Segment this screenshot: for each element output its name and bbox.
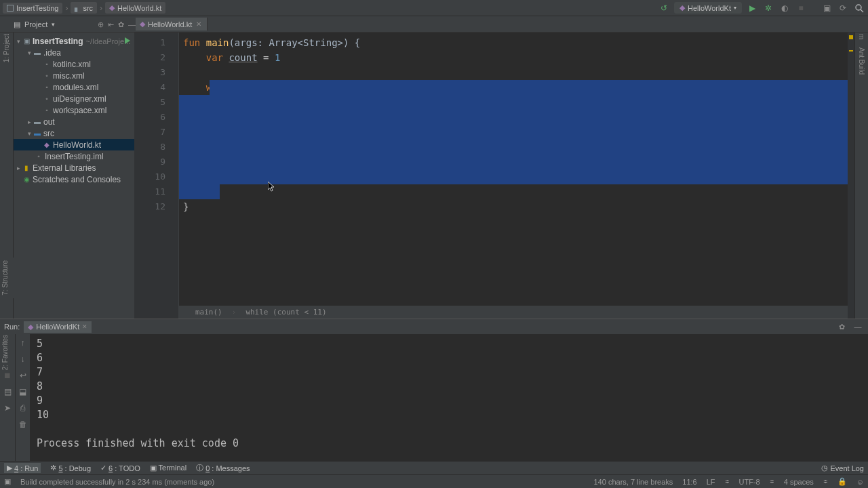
chevron-icon: ≑ [725,479,730,485]
event-log[interactable]: ◷ Event Log [821,464,864,472]
stop-icon[interactable]: ■ [795,2,807,14]
crumb-while[interactable]: while (count < 11) [245,305,326,320]
close-icon[interactable]: ✕ [82,323,87,330]
tree-file[interactable]: ◦uiDesigner.xml [14,93,134,104]
chevron-down-icon: ▾ [52,21,55,28]
chevron-icon: › [65,3,68,13]
fold-column[interactable] [171,33,179,319]
error-stripe[interactable] [848,33,854,319]
editor-breadcrumbs[interactable]: main() › while (count < 11) [179,305,848,319]
kotlin-file-icon: ◆ [109,3,115,12]
code-area[interactable]: fun main(args: Array<String>) { var coun… [179,33,848,319]
tree-label: src [43,129,54,138]
project-title: Project [24,20,47,28]
chevron-icon: ≑ [823,479,828,485]
gear-icon[interactable]: ✿ [118,20,124,29]
tree-label: workspace.xml [53,106,106,115]
trash-icon[interactable]: 🗑 [19,420,27,429]
debug-icon[interactable]: ✲ [762,2,774,14]
editor-tab[interactable]: ◆ HelloWorld.kt ✕ [136,18,208,30]
update-icon[interactable]: ⟳ [837,2,849,14]
project-icon: ▤ [14,20,20,29]
svg-line-1 [861,9,863,12]
favorites-tool-button[interactable]: 2: Favorites [0,332,10,373]
sync-icon[interactable]: ↺ [658,2,670,14]
tree-folder[interactable]: ▾▬.idea [14,47,134,58]
code-editor[interactable]: 1 2345 6789 101112 fun main(args: Array<… [134,33,854,319]
status-line-ending[interactable]: LF [707,478,715,486]
collapse-icon[interactable]: ⇤ [108,20,114,29]
pin-icon[interactable]: ➤ [4,403,11,413]
tree-label: HelloWorld.kt [53,140,101,150]
tool-debug[interactable]: ✲ 5: Debug [50,464,91,472]
layout-icon[interactable]: ▣ [821,2,833,14]
tree-label: External Libraries [33,163,96,173]
tree-label: misc.xml [53,71,85,81]
hide-icon[interactable]: — [852,321,864,333]
console-output[interactable]: 5 6 7 8 9 10 Process finished with exit … [30,334,868,461]
status-indent[interactable]: 4 spaces [784,478,814,486]
ant-tool-button[interactable]: Ant Build [858,47,865,75]
wrap-icon[interactable]: ↩ [20,371,26,380]
breadcrumb-label: InsertTesting [16,4,58,12]
kotlin-icon: ◆ [679,3,685,12]
crumb-main[interactable]: main() [195,305,222,320]
tree-file[interactable]: ◦kotlinc.xml [14,58,134,70]
run-tab[interactable]: ◆ HelloWorldKt ✕ [24,321,92,333]
run-icon[interactable]: ▶ [746,2,758,14]
run-tab-label: HelloWorldKt [36,323,79,331]
tree-folder[interactable]: ▾▬src [14,127,134,139]
kotlin-icon: ◆ [28,323,33,331]
tree-external-libs[interactable]: ▸▮External Libraries [14,162,134,174]
breadcrumb-file[interactable]: ◆ HelloWorld.kt [105,2,165,14]
close-icon[interactable]: ✕ [196,20,201,28]
tree-file-selected[interactable]: ◆HelloWorld.kt [14,139,134,150]
lock-icon[interactable]: 🔒 [837,477,847,486]
breadcrumb-label: src [83,4,93,12]
search-icon[interactable] [853,2,865,14]
breadcrumb-folder[interactable]: ▖ src [71,2,97,14]
run-config-selector[interactable]: ◆ HelloWorldKt ▾ [674,2,742,14]
breadcrumb-label: HelloWorld.kt [117,4,161,12]
tree-label: InsertTesting [33,37,83,46]
project-tool-header[interactable]: ▤ Project ▾ ⊕ ⇤ ✿ — [14,16,136,33]
status-encoding[interactable]: UTF-8 [739,478,760,486]
scroll-icon[interactable]: ⬓ [19,387,26,396]
tree-file[interactable]: ◦modules.xml [14,81,134,93]
tree-file[interactable]: ◦workspace.xml [14,104,134,116]
tree-folder[interactable]: ▸▬out [14,116,134,127]
svg-point-0 [856,5,861,10]
tool-run[interactable]: ▶ 44: Run: Run [4,463,41,473]
structure-tool-button[interactable]: 7: Structure [0,258,10,298]
project-tree[interactable]: ▾▣ InsertTesting ~/IdeaProje... ▾▬.idea … [14,33,134,319]
breadcrumb-project[interactable]: InsertTesting [3,3,62,14]
hide-icon[interactable]: — [128,20,136,29]
tree-file[interactable]: ◦misc.xml [14,70,134,81]
status-message: Build completed successfully in 2 s 234 … [20,478,214,486]
run-gutter-icon[interactable] [125,37,130,44]
toolwindow-toggle-icon[interactable]: ▣ [4,477,11,486]
chevron-icon: › [100,3,102,13]
layout-icon[interactable]: ▤ [4,387,12,396]
gear-icon[interactable]: ✿ [835,321,848,333]
maven-tool-button[interactable]: m [858,34,865,39]
run-tool-window: Run: ◆ HelloWorldKt ✕ ✿ — ▶ ■ ⏹ ▤ ➤ ↑ ↓ … [0,319,868,461]
tree-label: Scratches and Consoles [33,175,121,184]
project-tool-button[interactable]: 1: Project [3,34,10,62]
print-icon[interactable]: ⎙ [20,403,25,413]
tool-messages[interactable]: ⓘ 0: Messages [196,463,250,473]
tool-todo[interactable]: ✓ 6: TODO [100,464,140,472]
editor-tab-label: HelloWorld.kt [148,20,192,28]
up-icon[interactable]: ↑ [21,338,25,348]
hector-icon[interactable]: ☺ [856,478,864,486]
locate-icon[interactable]: ⊕ [98,20,104,29]
tool-terminal[interactable]: ▣ Terminal [150,464,186,472]
tree-scratches[interactable]: ◉Scratches and Consoles [14,174,134,185]
tree-root[interactable]: ▾▣ InsertTesting ~/IdeaProje... [14,35,134,47]
down-icon[interactable]: ↓ [21,354,25,364]
run-coverage-icon[interactable]: ◐ [778,2,791,14]
run-config-label: HelloWorldKt [688,4,731,12]
tree-file[interactable]: ◦InsertTesting.iml [14,150,134,162]
status-caret: 11:6 [682,478,696,486]
folder-icon: ▖ [75,3,80,12]
